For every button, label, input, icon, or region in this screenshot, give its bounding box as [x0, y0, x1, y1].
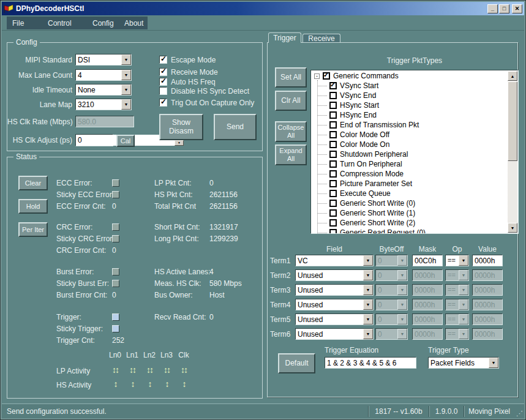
checkbox-icon[interactable] — [329, 111, 337, 119]
menu-control[interactable]: Control — [42, 17, 86, 29]
per-iter-button[interactable]: Per Iter — [18, 222, 48, 237]
chevron-down-icon[interactable]: ▼ — [363, 270, 373, 280]
checkbox-icon[interactable] — [329, 82, 337, 89]
term1-field-select[interactable]: VC ▼ — [295, 255, 374, 266]
tree-item[interactable]: Turn On Peripheral — [311, 159, 508, 169]
lane-map-select[interactable]: 3210 ▼ — [75, 99, 132, 110]
checkbox-icon[interactable] — [329, 151, 337, 158]
cal-button[interactable]: Cal — [116, 135, 135, 147]
spin-down-icon[interactable]: ▼ — [175, 140, 184, 146]
tree-item[interactable]: Execute Queue — [311, 189, 508, 198]
checkbox-icon[interactable] — [329, 180, 337, 187]
escape-mode-checkbox[interactable] — [159, 56, 167, 64]
tree-item[interactable]: Generic Short Write (1) — [311, 208, 508, 218]
chevron-down-icon[interactable]: ▼ — [363, 329, 373, 339]
chevron-down-icon[interactable]: ▼ — [363, 285, 373, 295]
term1-op-select[interactable]: == ▼ — [445, 255, 469, 266]
hold-button[interactable]: Hold — [18, 199, 48, 214]
tree-scrollbar[interactable]: ▲ ▼ — [508, 71, 517, 233]
tree-item[interactable]: Generic Short Write (2) — [311, 218, 508, 228]
checkbox-icon[interactable] — [329, 121, 337, 129]
checkbox-icon[interactable] — [329, 141, 337, 148]
tree-item[interactable]: HSync End — [311, 110, 508, 120]
term6-op-select: == ▼ — [445, 328, 469, 340]
tree-item-label: Execute Queue — [340, 189, 391, 198]
checkbox-icon[interactable] — [329, 209, 337, 217]
scroll-down-icon[interactable]: ▼ — [508, 223, 517, 233]
collapse-node-icon[interactable]: - — [314, 73, 320, 79]
checkbox-icon[interactable] — [329, 229, 337, 234]
term5-op-value: == — [446, 314, 459, 324]
show-disasm-button[interactable]: Show Disasm — [159, 114, 203, 140]
tree-item[interactable]: VSync End — [311, 91, 508, 100]
tree-item[interactable]: End of Transmission Pkt — [311, 120, 508, 130]
tree-item[interactable]: Generic Read Request (0) — [311, 228, 508, 234]
clear-button[interactable]: Clear — [18, 176, 48, 190]
disable-hs-sync-detect-checkbox[interactable] — [159, 87, 167, 95]
checkbox-icon[interactable] — [329, 219, 337, 227]
send-button[interactable]: Send — [214, 114, 257, 140]
tree-item[interactable]: HSync Start — [311, 100, 508, 110]
scroll-up-icon[interactable]: ▲ — [508, 71, 517, 81]
tree-item[interactable]: Picture Parameter Set — [311, 179, 508, 189]
checkbox-icon[interactable] — [329, 92, 337, 99]
trig-out-on-capture-only-checkbox[interactable] — [159, 99, 167, 107]
tree-item[interactable]: Generic Short Write (0) — [311, 198, 508, 208]
idle-timeout-select[interactable]: None ▼ — [75, 84, 132, 96]
set-all-button[interactable]: Set All — [275, 67, 307, 88]
trigger-type-select[interactable]: Packet Fields ▼ — [428, 357, 499, 369]
checkbox-icon[interactable] — [329, 131, 337, 138]
term4-field-select[interactable]: Unused ▼ — [295, 299, 374, 310]
tree-item[interactable]: Shutdown Peripheral — [311, 149, 508, 159]
chevron-down-icon[interactable]: ▼ — [489, 358, 498, 368]
chevron-down-icon[interactable]: ▼ — [121, 99, 131, 110]
tab-receive[interactable]: Receive — [302, 34, 340, 43]
checkbox-icon[interactable] — [329, 170, 337, 178]
checkbox-icon[interactable] — [329, 190, 337, 197]
menu-about[interactable]: About — [118, 17, 148, 29]
collapse-all-button[interactable]: Collapse All — [275, 121, 307, 142]
chevron-down-icon[interactable]: ▼ — [121, 54, 131, 65]
checkbox-icon[interactable] — [329, 200, 337, 207]
term6-field-select[interactable]: Unused ▼ — [295, 328, 374, 340]
term3-field-select[interactable]: Unused ▼ — [295, 284, 374, 296]
close-button[interactable]: ✕ — [512, 4, 522, 13]
chevron-down-icon[interactable]: ▼ — [459, 255, 468, 266]
checkbox-icon[interactable] — [323, 72, 330, 80]
tab-trigger[interactable]: Trigger — [268, 32, 301, 43]
chevron-down-icon[interactable]: ▼ — [121, 70, 131, 80]
checkbox-icon[interactable] — [329, 160, 337, 168]
term2-field-select[interactable]: Unused ▼ — [295, 269, 374, 281]
trigger-equation-field[interactable] — [325, 357, 416, 369]
tree-item[interactable]: Compression Mode — [311, 169, 508, 179]
checkbox-icon[interactable] — [329, 102, 337, 109]
term1-value-field[interactable]: 0000h — [472, 255, 503, 266]
expand-all-button[interactable]: Expand All — [275, 144, 307, 165]
menu-file[interactable]: File — [7, 17, 42, 29]
resize-grip[interactable]: ⋰ — [514, 405, 524, 418]
hs-clk-adjust-stepper[interactable]: ▲ ▼ — [75, 134, 113, 146]
chevron-down-icon[interactable]: ▼ — [363, 299, 373, 310]
mipi-standard-select[interactable]: DSI ▼ — [75, 54, 132, 66]
tree-item[interactable]: Color Mode On — [311, 140, 508, 149]
auto-hs-freq-checkbox[interactable] — [159, 78, 167, 86]
menu-config[interactable]: Config — [86, 17, 118, 29]
tree-item-generic-commands[interactable]: - Generic Commands — [311, 71, 508, 81]
max-lane-count-select[interactable]: 4 ▼ — [75, 69, 132, 81]
clr-all-button[interactable]: Clr All — [275, 91, 307, 111]
trigger-pkttypes-tree[interactable]: - Generic Commands VSync Start VSync End… — [310, 70, 519, 234]
tree-item[interactable]: VSync Start — [311, 81, 508, 91]
tree-item[interactable]: Color Mode Off — [311, 130, 508, 140]
sticky-ecc-error-label: Sticky ECC Error: — [56, 190, 114, 199]
chevron-down-icon[interactable]: ▼ — [363, 255, 373, 266]
receive-mode-checkbox[interactable] — [159, 68, 167, 76]
minimize-button[interactable]: _ — [487, 4, 498, 13]
chevron-down-icon[interactable]: ▼ — [363, 314, 373, 324]
term1-mask-field[interactable]: 00C0h — [412, 255, 443, 266]
term4-mask-field: 0000h — [412, 299, 443, 310]
chevron-down-icon[interactable]: ▼ — [121, 84, 131, 95]
term5-field-select[interactable]: Unused ▼ — [295, 313, 374, 325]
maximize-button[interactable]: □ — [499, 4, 509, 13]
default-button[interactable]: Default — [278, 353, 315, 373]
scrollbar-thumb[interactable] — [508, 81, 517, 161]
